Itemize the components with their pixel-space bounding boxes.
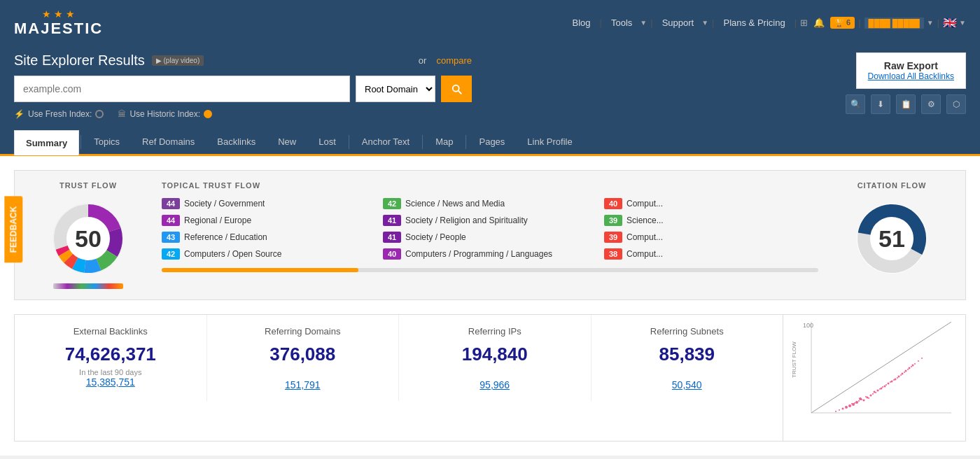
svg-point-35 xyxy=(898,376,900,378)
svg-point-43 xyxy=(858,400,860,402)
lang-chevron-icon: ▼ xyxy=(959,19,966,27)
svg-point-54 xyxy=(897,377,898,379)
fresh-index-option[interactable]: ⚡ Use Fresh Index: xyxy=(14,109,104,119)
ttf-item-9: 42 Computers / Open Source xyxy=(162,247,376,261)
search-input[interactable] xyxy=(14,76,350,102)
ttf-badge-11: 38 xyxy=(604,248,622,260)
plans-link[interactable]: Plans & Pricing xyxy=(718,15,790,31)
tab-ref-domains[interactable]: Ref Domains xyxy=(131,129,206,154)
svg-point-44 xyxy=(861,399,862,400)
support-dropdown[interactable]: Support ▼ xyxy=(657,15,708,31)
language-dropdown[interactable]: 🇬🇧 ▼ xyxy=(943,16,966,29)
ttf-label-7: Society / People xyxy=(405,232,466,242)
tools-dropdown[interactable]: Tools ▼ xyxy=(606,15,647,31)
svg-point-46 xyxy=(875,392,876,393)
table-icon[interactable]: 📋 xyxy=(896,94,916,114)
user-dropdown[interactable]: ████ █████ ▼ xyxy=(864,17,934,29)
ttf-scrollbar-thumb xyxy=(162,268,358,272)
svg-text:100: 100 xyxy=(803,322,813,329)
ttf-badge-3: 44 xyxy=(162,215,180,226)
svg-point-24 xyxy=(870,395,872,397)
raw-export-box: Raw Export Download All Backlinks xyxy=(856,52,966,89)
svg-point-63 xyxy=(835,411,836,412)
tab-lost[interactable]: Lost xyxy=(307,129,347,154)
tab-link-profile[interactable]: Link Profile xyxy=(516,129,583,154)
ttf-badge-4: 41 xyxy=(383,215,401,226)
ttf-item-11: 38 Comput... xyxy=(604,247,818,261)
support-link[interactable]: Support xyxy=(657,15,700,31)
svg-point-42 xyxy=(868,397,869,399)
tools-link[interactable]: Tools xyxy=(606,15,638,31)
ttf-badge-6: 43 xyxy=(162,232,180,243)
download-icon[interactable]: ⬇ xyxy=(871,94,890,114)
ttf-badge-5: 39 xyxy=(604,215,622,226)
stat-referring-ips-sub[interactable]: 95,966 xyxy=(406,379,584,390)
metrics-section: TRUST FLOW xyxy=(14,170,966,300)
scatter-chart-svg: TRUST FLOW 100 xyxy=(790,322,958,434)
ttf-item-7: 41 Society / People xyxy=(383,230,597,244)
ttf-item-2: 40 Comput... xyxy=(604,197,818,211)
nav-links: Blog | Tools ▼ | Support ▼ | Plans & Pri… xyxy=(567,15,966,31)
tab-topics[interactable]: Topics xyxy=(83,129,131,154)
svg-line-17 xyxy=(811,322,951,413)
svg-point-41 xyxy=(865,396,867,397)
stats-section: External Backlinks 74,626,371 In the las… xyxy=(14,314,966,442)
ttf-badge-2: 40 xyxy=(604,198,622,209)
tab-new[interactable]: New xyxy=(267,129,307,154)
trust-flow-panel: TRUST FLOW xyxy=(25,181,151,289)
raw-export-link[interactable]: Download All Backlinks xyxy=(868,71,954,81)
stat-external-backlinks-sub[interactable]: 15,385,751 xyxy=(22,376,200,388)
fresh-index-radio[interactable] xyxy=(95,110,104,118)
feedback-tab[interactable]: FEEDBACK xyxy=(4,197,22,263)
stat-referring-subnets-value: 85,839 xyxy=(598,344,776,365)
citation-flow-panel: CITATION FLOW 51 xyxy=(829,181,955,289)
ttf-scroll-container xyxy=(162,268,818,272)
period-label: In the last 90 days xyxy=(22,368,200,376)
grid-icon[interactable]: ⊞ xyxy=(800,17,808,28)
ttf-badge-10: 40 xyxy=(383,248,401,260)
tab-anchor-text[interactable]: Anchor Text xyxy=(351,129,421,154)
ttf-label-4: Society / Religion and Spirituality xyxy=(405,216,528,225)
compare-link[interactable]: compare xyxy=(436,55,472,66)
historic-index-option[interactable]: 🏛 Use Historic Index: xyxy=(118,109,212,119)
or-text: or xyxy=(419,55,427,66)
ttf-label-5: Science... xyxy=(626,216,664,225)
site-explorer-icon[interactable]: 🔍 xyxy=(846,94,865,114)
settings-icon[interactable]: ⚙ xyxy=(921,94,941,114)
raw-export-title: Raw Export xyxy=(868,60,954,71)
ttf-label: TOPICAL TRUST FLOW xyxy=(162,181,818,190)
username: ████ █████ xyxy=(864,17,924,29)
stat-referring-subnets: Referring Subnets 85,839 50,540 xyxy=(592,315,783,401)
share-icon[interactable]: ⬡ xyxy=(946,94,966,114)
ttf-badge-8: 39 xyxy=(604,232,622,243)
tab-divider4 xyxy=(465,135,466,149)
stat-external-backlinks-value: 74,626,371 xyxy=(22,344,200,365)
svg-point-27 xyxy=(848,404,851,407)
stat-referring-domains-sub[interactable]: 151,791 xyxy=(214,379,392,390)
ttf-label-0: Society / Government xyxy=(184,199,265,209)
svg-point-62 xyxy=(839,409,840,411)
stat-referring-subnets-sub[interactable]: 50,540 xyxy=(598,379,776,390)
historic-index-radio[interactable] xyxy=(204,110,212,118)
tab-map[interactable]: Map xyxy=(424,129,464,154)
ttf-item-8: 39 Comput... xyxy=(604,230,818,244)
tab-summary[interactable]: Summary xyxy=(14,130,79,155)
nav-tabs: Summary Topics Ref Domains Backlinks New… xyxy=(0,129,980,156)
search-button[interactable] xyxy=(441,76,472,102)
ttf-badge-1: 42 xyxy=(383,198,401,209)
trophy-badge[interactable]: 🏆 6 xyxy=(830,17,855,29)
nav-divider3: | xyxy=(712,17,714,28)
bell-icon[interactable]: 🔔 xyxy=(813,17,825,28)
play-video-btn[interactable]: ▶ (play video) xyxy=(152,55,204,66)
nav-divider4: | xyxy=(794,17,797,28)
tab-pages[interactable]: Pages xyxy=(468,129,516,154)
tab-divider xyxy=(80,135,81,149)
svg-point-22 xyxy=(863,400,865,402)
stat-external-backlinks: External Backlinks 74,626,371 In the las… xyxy=(15,315,207,401)
tab-backlinks[interactable]: Backlinks xyxy=(206,129,267,154)
stat-period-spacer2 xyxy=(406,365,584,379)
domain-type-select[interactable]: Root Domain Subdomain URL Exact URL xyxy=(356,76,435,102)
topical-trust-flow-panel: TOPICAL TRUST FLOW 44 Society / Governme… xyxy=(151,181,829,289)
ttf-label-8: Comput... xyxy=(626,232,663,242)
blog-link[interactable]: Blog xyxy=(567,15,596,31)
